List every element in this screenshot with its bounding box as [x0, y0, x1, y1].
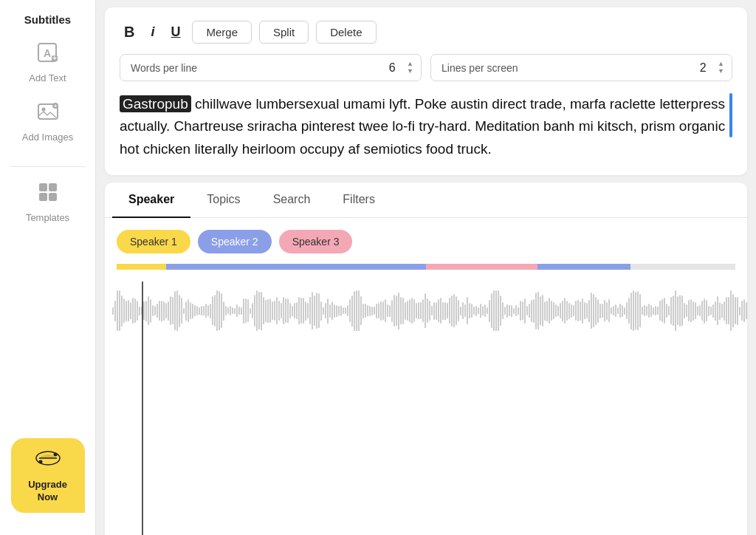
svg-rect-8: [39, 183, 47, 191]
svg-rect-11: [49, 193, 57, 201]
svg-text:A: A: [44, 47, 51, 59]
sidebar-item-add-images-label: Add Images: [22, 132, 73, 143]
templates-icon: [36, 180, 60, 209]
tab-search[interactable]: Search: [257, 183, 327, 218]
tab-speaker[interactable]: Speaker: [112, 183, 190, 218]
timeline-seg-pink: [426, 264, 537, 270]
delete-button[interactable]: Delete: [316, 21, 376, 44]
sidebar-item-templates-label: Templates: [26, 212, 69, 223]
underline-button[interactable]: U: [166, 21, 185, 43]
lines-down-arrow[interactable]: ▼: [718, 68, 724, 75]
svg-text:+: +: [53, 54, 58, 62]
italic-button[interactable]: i: [146, 21, 159, 43]
editor-panel: B i U Merge Split Delete Words per line …: [105, 7, 747, 175]
sidebar-title: Subtitles: [24, 7, 71, 26]
settings-row: Words per line 6 ▲ ▼ Lines per screen 2 …: [120, 54, 732, 81]
scroll-indicator: [729, 93, 732, 137]
timeline-seg-yellow: [117, 264, 166, 270]
words-per-line-label: Words per line: [131, 62, 377, 74]
highlighted-word: Gastropub: [120, 95, 191, 112]
bottom-panel: Speaker Topics Search Filters Speaker 1 …: [105, 183, 747, 535]
timeline-seg-blue: [166, 264, 426, 270]
words-per-line-box: Words per line 6 ▲ ▼: [120, 54, 422, 81]
upgrade-card[interactable]: Upgrade Now: [11, 438, 85, 513]
lines-per-screen-stepper[interactable]: ▲ ▼: [718, 61, 724, 75]
words-per-line-value: 6: [385, 61, 399, 75]
lines-per-screen-value: 2: [695, 61, 710, 75]
speaker2-chip[interactable]: Speaker 2: [198, 230, 272, 253]
waveform-area: [105, 282, 747, 535]
lines-per-screen-label: Lines per screen: [441, 62, 688, 74]
speaker1-chip[interactable]: Speaker 1: [117, 230, 190, 253]
sidebar-divider: [10, 166, 86, 167]
svg-point-14: [53, 453, 57, 457]
tab-filters[interactable]: Filters: [326, 183, 391, 218]
merge-button[interactable]: Merge: [192, 21, 252, 44]
speaker-section: Speaker 1 Speaker 2 Speaker 3: [105, 218, 747, 277]
words-down-arrow[interactable]: ▼: [407, 68, 413, 75]
lines-per-screen-box: Lines per screen 2 ▲ ▼: [430, 54, 732, 81]
lines-up-arrow[interactable]: ▲: [718, 61, 724, 67]
svg-point-5: [41, 108, 45, 112]
sidebar-item-add-text-label: Add Text: [29, 72, 66, 84]
sidebar-item-add-text[interactable]: A + Add Text: [29, 41, 66, 84]
tabs-row: Speaker Topics Search Filters: [105, 183, 747, 218]
sidebar: Subtitles A + Add Text + Add Images: [0, 0, 96, 535]
text-editor: Gastropub chillwave lumbersexual umami l…: [120, 93, 732, 160]
upgrade-icon: [35, 449, 61, 473]
svg-rect-10: [39, 193, 47, 201]
speaker-chips: Speaker 1 Speaker 2 Speaker 3: [117, 230, 735, 253]
svg-text:+: +: [53, 103, 57, 109]
words-per-line-stepper[interactable]: ▲ ▼: [407, 61, 413, 75]
sidebar-item-templates[interactable]: Templates: [26, 180, 69, 223]
timeline-seg-rest: [630, 264, 736, 270]
tab-topics[interactable]: Topics: [190, 183, 256, 218]
sidebar-item-add-images[interactable]: + Add Images: [22, 100, 73, 143]
text-body[interactable]: Gastropub chillwave lumbersexual umami l…: [120, 93, 732, 160]
toolbar: B i U Merge Split Delete: [120, 21, 732, 44]
split-button[interactable]: Split: [259, 21, 309, 44]
svg-point-15: [38, 460, 42, 464]
bold-button[interactable]: B: [120, 21, 139, 44]
playhead: [142, 282, 143, 535]
text-body-content: chillwave lumbersexual umami lyft. Poke …: [120, 96, 725, 157]
main-content: B i U Merge Split Delete Words per line …: [96, 0, 756, 535]
add-text-icon: A +: [35, 41, 59, 69]
upgrade-label: Upgrade Now: [18, 479, 78, 504]
speaker3-chip[interactable]: Speaker 3: [279, 230, 353, 253]
timeline-bar: [117, 264, 735, 270]
words-up-arrow[interactable]: ▲: [407, 61, 413, 67]
waveform-canvas: [105, 282, 747, 341]
svg-rect-9: [49, 183, 57, 191]
timeline-seg-blue2: [537, 264, 630, 270]
add-images-icon: +: [36, 100, 60, 129]
